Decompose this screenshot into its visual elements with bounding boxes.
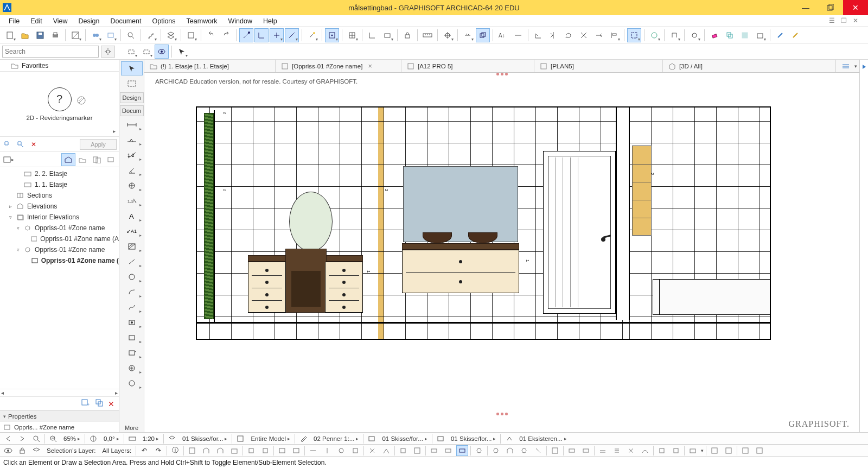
section-tool[interactable] [121,346,143,360]
menu-design[interactable]: Design [73,16,105,26]
maximize-button[interactable] [818,0,843,15]
stairs-button[interactable] [144,28,158,42]
menu-help[interactable]: Help [258,16,283,26]
right-panel-toggle[interactable] [859,60,868,432]
menu-view[interactable]: View [48,16,73,26]
ql-button[interactable] [532,445,544,456]
view-tab-active[interactable]: [Oppriss-01 #Zone name] × [276,60,401,72]
view-tab[interactable]: (!) 1. Etasje [1. 1. Etasje] [144,60,276,72]
align-button[interactable] [607,28,621,42]
go-combo[interactable]: 01 Skisse/for... ▸ [449,433,498,444]
tab-close-icon[interactable]: × [368,62,372,70]
close-button[interactable]: ✕ [843,0,868,15]
scale-value[interactable]: 1:20 ▸ [141,433,161,444]
resize-handle-top[interactable] [492,73,512,76]
ql-button[interactable] [276,445,288,456]
dim-hide-button[interactable] [511,28,525,42]
search-settings-button[interactable] [101,46,115,58]
detail-tool[interactable]: 1.3 [121,194,143,208]
favorites-row[interactable]: Favorites [0,60,119,72]
view-tab[interactable]: [3D / All] [663,60,836,72]
ql-button[interactable] [473,445,485,456]
label-tool[interactable]: ↙A1 [121,224,143,238]
properties-header[interactable]: Properties [0,410,119,421]
ql-button[interactable] [200,445,212,456]
ql-button[interactable] [380,445,392,456]
navigator-tree[interactable]: 2. 2. Etasje 1. 1. Etasje Sections ▹Elev… [0,167,119,389]
eraser-button[interactable] [707,28,722,42]
ql-button[interactable] [186,445,198,456]
snap-angle-button[interactable] [285,28,299,42]
ql-button[interactable] [566,445,578,456]
radial-dim-tool[interactable]: 1.2 [121,148,143,162]
menu-edit[interactable]: Edit [25,16,48,26]
grid-snap-button[interactable] [325,28,339,42]
split-button[interactable] [577,28,591,42]
save-button[interactable] [33,28,47,42]
copy-attrs-button[interactable] [723,28,737,42]
more-label[interactable]: More [125,425,138,431]
ql-button[interactable] [307,445,319,456]
minimize-button[interactable]: — [793,0,818,15]
document-group-label[interactable]: Docum [120,105,144,116]
ql-button[interactable] [625,445,637,456]
menu-file[interactable]: File [3,16,25,26]
nav-mode-button[interactable]: ▸ [1,153,15,166]
select-mode-button[interactable] [139,45,154,59]
plot-button[interactable] [68,28,82,42]
nav-delete-button[interactable]: ✕ [108,400,114,408]
origin-button[interactable] [441,28,455,42]
grid-display-button[interactable] [345,28,359,42]
inject-icon[interactable] [15,139,26,150]
layer-toggle-button[interactable] [30,445,42,456]
layers-button[interactable] [164,28,178,42]
ql-button[interactable] [709,445,720,456]
nav-clone-button[interactable] [95,399,104,409]
arc-tool[interactable] [121,285,143,299]
lock-layer-button[interactable] [16,445,28,456]
snap-guide-button[interactable] [270,28,284,42]
worksheet-tool[interactable] [121,376,143,390]
layer-combo[interactable]: 01 Skisse/for... ▸ [180,433,229,444]
ql-button[interactable] [639,445,651,456]
spline-tool[interactable] [121,300,143,314]
spot-dim-tool[interactable] [121,179,143,193]
team-send-button[interactable] [88,28,103,42]
trim-button[interactable] [592,28,606,42]
rotate-button[interactable] [561,28,576,42]
highlighter-button[interactable] [773,28,787,42]
ql-button[interactable] [687,445,699,456]
ql-button[interactable] [428,445,440,456]
zoom-next-button[interactable] [16,433,28,444]
drawing-canvas[interactable]: ARCHICAD Education version, not for resa… [144,73,859,432]
ql-button[interactable] [214,445,226,456]
angle-dim-tool[interactable] [121,163,143,178]
text-scale-button[interactable]: A↕ [496,28,510,42]
menu-restore-icon[interactable]: ❐ [841,17,851,26]
orientation-button[interactable] [87,433,99,444]
view-tab[interactable]: [PLAN5] [534,60,663,72]
ql-button[interactable] [442,445,454,456]
redo-button[interactable] [219,28,233,42]
tab-overflow-button[interactable] [839,59,853,73]
zoom-prev-button[interactable] [2,433,14,444]
ql-button[interactable] [580,445,592,456]
apply-button[interactable]: Apply [80,139,117,150]
cut-plane-button[interactable] [461,28,475,42]
ql-button[interactable] [490,445,502,456]
nav-tab-project[interactable] [61,153,75,166]
text-tool[interactable]: A [121,209,143,223]
view-tab[interactable]: [A12 PRO 5] [401,60,534,72]
ql-button[interactable] [504,445,516,456]
arrow-tool[interactable] [121,61,143,75]
ql-overflow-icon[interactable]: ▾ [701,448,704,453]
expand-icon[interactable]: ▸ [113,128,116,134]
ql-button[interactable] [739,445,751,456]
nav-hscroll[interactable]: ◂▸ [0,389,119,396]
menu-document[interactable]: Document [105,16,147,26]
search-tool-button[interactable] [124,28,138,42]
drawing-tool[interactable] [121,331,143,345]
history-back-button[interactable]: ↶ [138,445,150,456]
ql-button[interactable] [754,445,765,456]
eye-filter-button[interactable] [155,45,169,59]
